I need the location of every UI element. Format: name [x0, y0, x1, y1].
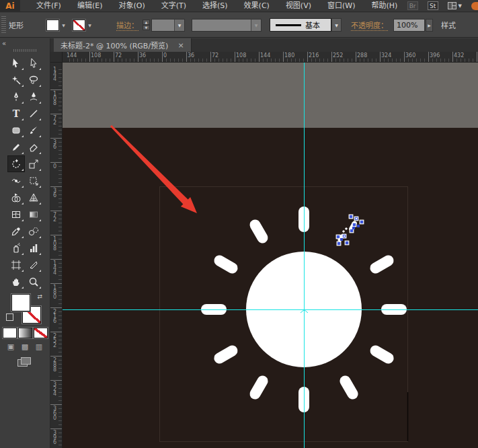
menu-item-4[interactable]: 选择(S) [194, 0, 236, 12]
gradient-button[interactable] [18, 328, 32, 338]
menu-item-6[interactable]: 视图(V) [278, 0, 319, 12]
zoom-tool-button[interactable] [25, 273, 42, 290]
opacity-label[interactable]: 不透明度： [351, 20, 388, 31]
fill-stroke-indicator[interactable]: ⇄ [7, 294, 42, 325]
color-button[interactable] [3, 328, 17, 338]
lasso-tool-button[interactable] [25, 71, 42, 88]
panel-grip[interactable] [1, 16, 6, 34]
subtool-indicator [22, 253, 24, 255]
menu-item-8[interactable]: 帮助(H) [363, 0, 405, 12]
mesh-tool-button[interactable] [7, 206, 25, 223]
symbol-sprayer-tool-button[interactable] [7, 239, 25, 256]
eraser-tool-button[interactable] [25, 139, 42, 155]
menu-item-2[interactable]: 对象(O) [110, 0, 153, 12]
artboard-tool-icon [11, 260, 22, 270]
gradient-tool-button[interactable] [25, 206, 42, 223]
h-ruler-label: 288 [357, 52, 367, 59]
brush-preview[interactable]: 基本 [270, 18, 331, 32]
subtool-indicator [39, 202, 41, 204]
type-tool-button[interactable]: T [7, 105, 25, 122]
artboard-tool-button[interactable] [7, 256, 25, 273]
rectangle-tool-button[interactable] [7, 122, 25, 139]
free-transform-tool-button[interactable] [25, 172, 42, 189]
stroke-color-control[interactable]: ▼ [73, 20, 93, 31]
step-up-icon[interactable]: ▲ [143, 20, 150, 25]
chevron-down-icon[interactable]: ▼ [331, 18, 342, 32]
subtool-indicator [39, 118, 41, 120]
opacity-field[interactable]: 100% [393, 19, 425, 32]
stroke-swatch-none[interactable] [73, 20, 85, 31]
app-logo[interactable]: Ai [0, 0, 20, 12]
menu-bar: Ai 文件(F)编辑(E)对象(O)文字(T)选择(S)效果(C)视图(V)窗口… [0, 0, 478, 12]
blend-tool-button[interactable] [25, 223, 42, 239]
none-button[interactable] [34, 328, 48, 338]
menu-item-7[interactable]: 窗口(W) [319, 0, 363, 12]
ruler-corner[interactable] [50, 52, 63, 63]
brush-definition-control[interactable]: 基本 ▼ [270, 18, 342, 32]
hand-tool-button[interactable] [7, 273, 25, 290]
perspective-grid-tool-button[interactable] [25, 189, 42, 206]
fill-proxy[interactable] [11, 294, 30, 311]
collapse-panel-button[interactable]: « [0, 38, 50, 48]
chevron-down-icon[interactable]: ▼ [60, 20, 67, 31]
subtool-indicator [39, 68, 41, 70]
close-icon[interactable]: × [177, 41, 184, 50]
stroke-weight-label[interactable]: 描边： [116, 20, 138, 31]
bridge-button[interactable]: Br [407, 1, 418, 10]
chevron-right-icon[interactable]: ▶ [426, 19, 433, 32]
drawing-mode-1-icon[interactable]: ▩ [19, 342, 31, 351]
horizontal-ruler[interactable]: 1441087236036721081441802162522883243603… [63, 52, 478, 63]
paintbrush-tool-button[interactable] [25, 122, 42, 139]
direct-selection-tool-icon [28, 58, 39, 69]
pen-tool-button[interactable] [7, 88, 25, 105]
menu-item-0[interactable]: 文件(F) [28, 0, 69, 12]
eyedropper-tool-button[interactable] [7, 223, 25, 239]
step-down-icon[interactable]: ▼ [143, 25, 150, 30]
chevron-down-icon[interactable]: ▼ [251, 20, 261, 31]
menu-item-3[interactable]: 文字(T) [153, 0, 194, 12]
shape-builder-tool-button[interactable] [7, 189, 25, 206]
scale-tool-button[interactable] [25, 155, 42, 172]
pencil-tool-icon [11, 142, 22, 153]
h-ruler-label: 324 [381, 52, 391, 59]
direct-selection-tool-button[interactable] [25, 54, 42, 71]
variable-width-profile-field[interactable]: ▼ [192, 19, 262, 32]
menu-item-5[interactable]: 效果(C) [236, 0, 278, 12]
pasteboard-area[interactable] [63, 63, 478, 128]
fill-color-control[interactable]: ▼ [46, 20, 67, 31]
column-graph-tool-button[interactable] [25, 239, 42, 256]
document-tab[interactable]: 未标题-2* @ 100% (RGB/预览) × [54, 38, 192, 52]
v-ruler-label: 144 [52, 67, 58, 81]
width-tool-button[interactable] [7, 172, 25, 189]
slice-tool-button[interactable] [25, 256, 42, 273]
chevron-down-icon[interactable]: ▼ [174, 20, 184, 31]
tools-panel-grip[interactable] [13, 49, 36, 52]
pencil-tool-button[interactable] [7, 139, 25, 155]
selection-tool-button[interactable] [7, 54, 25, 71]
menu-item-1[interactable]: 编辑(E) [69, 0, 111, 12]
subtool-indicator [39, 85, 41, 87]
drawing-mode-2-icon[interactable]: ▥ [34, 342, 45, 351]
fill-swatch[interactable] [46, 20, 59, 31]
screen-mode-button[interactable] [17, 357, 32, 368]
stroke-weight-field[interactable]: ▼ [151, 19, 185, 32]
svg-text:T: T [13, 108, 20, 119]
default-fill-stroke-icon[interactable] [7, 315, 13, 321]
canvas-artwork[interactable] [63, 63, 478, 448]
chevron-down-icon[interactable]: ▼ [86, 20, 93, 31]
magic-wand-tool-button[interactable] [7, 71, 25, 88]
rotate-tool-button[interactable] [7, 155, 25, 172]
line-segment-tool-button[interactable] [25, 105, 42, 122]
swap-fill-stroke-icon[interactable]: ⇄ [37, 294, 42, 300]
v-ruler-label: 0 [52, 163, 58, 168]
stroke-weight-stepper[interactable]: ▲▼ [143, 20, 150, 30]
workspace-switcher[interactable]: ▼ [448, 2, 462, 9]
vertical-ruler[interactable]: 1441087236036721081441802162522883243603… [50, 63, 63, 448]
curvature-tool-button[interactable] [25, 88, 42, 105]
style-label[interactable]: 样式 [441, 20, 456, 30]
workspace-grid-icon [448, 2, 456, 9]
menu-items: 文件(F)编辑(E)对象(O)文字(T)选择(S)效果(C)视图(V)窗口(W)… [28, 0, 407, 11]
stock-button[interactable]: St [428, 1, 438, 10]
canvas[interactable] [63, 63, 478, 448]
drawing-mode-0-icon[interactable]: ▣ [5, 342, 17, 351]
